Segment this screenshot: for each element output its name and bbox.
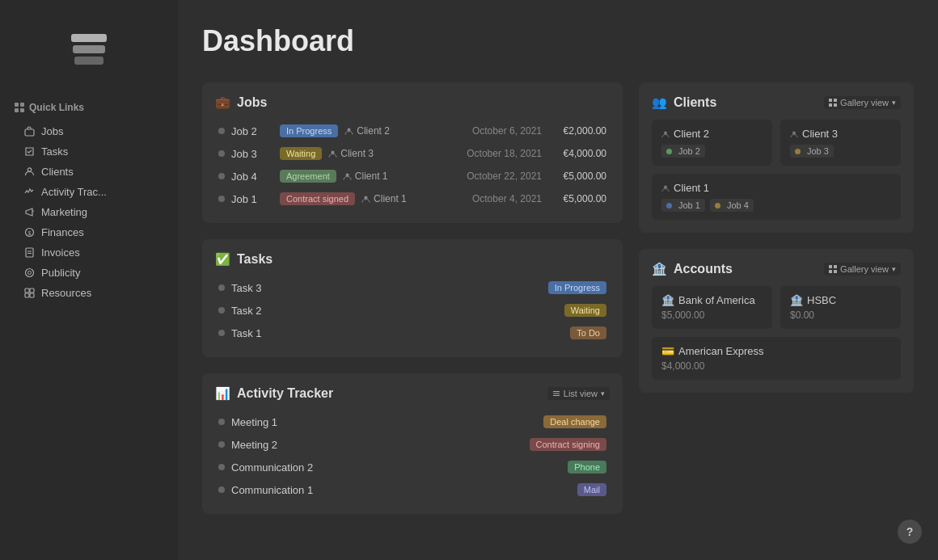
client-info: Client 2 <box>344 125 464 137</box>
svg-rect-17 <box>25 288 29 293</box>
svg-point-16 <box>28 272 32 275</box>
help-button[interactable]: ? <box>898 520 922 544</box>
activity-title: Activity Tracker <box>237 386 333 401</box>
status-badge: Contract signing <box>530 438 607 451</box>
sidebar-item-finances[interactable]: $ Finances <box>8 222 170 242</box>
page-title: Dashboard <box>202 24 914 58</box>
gallery-view-button-clients[interactable]: Gallery view ▾ <box>824 96 901 109</box>
status-badge: Mail <box>577 483 606 496</box>
client-card-name: Client 3 <box>790 128 891 140</box>
account-name: 🏦 HSBC <box>790 294 891 306</box>
task-name: Task 3 <box>231 282 548 294</box>
job-tag: Job 3 <box>790 145 834 158</box>
tasks-title: Tasks <box>237 252 273 267</box>
svg-point-22 <box>332 150 335 154</box>
table-row[interactable]: Job 4 Agreement Client 1 October 22, 202… <box>215 165 610 187</box>
svg-rect-38 <box>834 270 837 273</box>
person-icon <box>328 149 337 158</box>
accounts-section: 🏦 Accounts Gallery view ▾ 🏦 <box>639 249 914 393</box>
list-item[interactable]: Communication 2 Phone <box>215 456 610 478</box>
sidebar-item-marketing[interactable]: Marketing <box>8 202 170 222</box>
right-column: 👥 Clients Gallery view ▾ <box>639 82 914 514</box>
job-date: October 4, 2021 <box>472 193 542 204</box>
row-dot <box>218 441 225 448</box>
account-card[interactable]: 🏦 HSBC $0.00 <box>780 286 901 329</box>
list-item[interactable]: Communication 1 Mail <box>215 478 610 501</box>
gallery-view-button-accounts[interactable]: Gallery view ▾ <box>824 263 901 276</box>
task-name: Task 1 <box>231 327 570 339</box>
client-info: Client 1 <box>343 171 458 182</box>
invoices-icon <box>24 247 35 258</box>
job-amount: €5,000.00 <box>550 193 606 204</box>
account-card[interactable]: 💳 American Express $4,000.00 <box>652 337 901 380</box>
table-row[interactable]: Task 1 To Do <box>215 322 610 344</box>
client-card[interactable]: Client 2 Job 2 <box>652 120 772 166</box>
sidebar-item-jobs[interactable]: Jobs <box>8 121 170 141</box>
grid-icon <box>15 103 24 112</box>
client-card-jobs: Job 1 Job 4 <box>661 199 891 212</box>
status-badge: Waiting <box>564 304 606 317</box>
accounts-section-icon: 🏦 <box>652 262 667 276</box>
job-date: October 6, 2021 <box>472 125 542 137</box>
status-badge: Phone <box>568 461 606 474</box>
list-view-button[interactable]: List view ▾ <box>547 387 610 400</box>
activity-section: 📊 Activity Tracker List view ▾ Meeting 1 <box>202 373 623 514</box>
job-name: Job 3 <box>231 148 280 160</box>
person-icon <box>344 127 353 136</box>
svg-rect-4 <box>20 103 24 107</box>
status-badge: In Progress <box>280 124 338 137</box>
svg-text:$: $ <box>28 230 32 236</box>
svg-point-23 <box>345 173 349 176</box>
activity-name: Meeting 2 <box>231 439 530 451</box>
jobs-section: 💼 Jobs Job 2 In Progress Client 2 <box>202 82 623 223</box>
account-grid: 🏦 Bank of America $5,000.00 🏦 HSBC $0. <box>652 286 901 380</box>
status-badge: In Progress <box>548 281 606 294</box>
person-icon <box>361 195 370 204</box>
table-row[interactable]: Job 2 In Progress Client 2 October 6, 20… <box>215 120 610 142</box>
sidebar-item-activity[interactable]: Activity Trac... <box>8 182 170 202</box>
svg-rect-19 <box>25 293 29 297</box>
list-item[interactable]: Meeting 1 Deal change <box>215 411 610 433</box>
row-dot <box>218 486 225 493</box>
client-card[interactable]: Client 1 Job 1 Job 4 <box>652 174 901 220</box>
svg-point-15 <box>26 269 34 277</box>
accounts-header: 🏦 Accounts Gallery view ▾ <box>652 262 901 276</box>
svg-rect-36 <box>834 265 837 268</box>
svg-rect-29 <box>834 99 837 102</box>
tasks-icon <box>24 146 35 157</box>
client-card[interactable]: Client 3 Job 3 <box>780 120 901 166</box>
svg-rect-12 <box>26 248 33 257</box>
logo-area <box>8 24 170 73</box>
sidebar-item-invoices[interactable]: Invoices <box>8 242 170 263</box>
sidebar-section-title: Quick Links <box>8 97 170 118</box>
person-icon <box>661 184 670 192</box>
sidebar: Quick Links Jobs Tasks Clients Activity … <box>0 0 178 560</box>
sidebar-item-clients[interactable]: Clients <box>8 162 170 182</box>
row-dot <box>218 150 225 157</box>
table-row[interactable]: Job 1 Contract signed Client 1 October 4… <box>215 187 610 210</box>
list-item[interactable]: Meeting 2 Contract signing <box>215 433 610 456</box>
row-dot <box>218 173 225 179</box>
sidebar-item-tasks[interactable]: Tasks <box>8 141 170 162</box>
row-dot <box>218 307 225 314</box>
activity-name: Communication 1 <box>231 484 577 496</box>
list-icon <box>552 389 560 398</box>
svg-rect-30 <box>829 103 832 107</box>
sidebar-item-publicity[interactable]: Publicity <box>8 263 170 283</box>
sidebar-item-resources[interactable]: Resources <box>8 283 170 303</box>
account-card[interactable]: 🏦 Bank of America $5,000.00 <box>652 286 772 329</box>
row-dot <box>218 128 225 134</box>
job-tag: Job 2 <box>661 145 705 158</box>
svg-rect-0 <box>71 34 107 42</box>
table-row[interactable]: Job 3 Waiting Client 3 October 18, 2021 … <box>215 142 610 165</box>
svg-rect-1 <box>73 45 105 53</box>
table-row[interactable]: Task 3 In Progress <box>215 276 610 299</box>
table-row[interactable]: Task 2 Waiting <box>215 299 610 322</box>
clients-title: Clients <box>674 95 716 110</box>
row-dot <box>218 284 225 291</box>
client-card-jobs: Job 3 <box>790 145 891 158</box>
person-icon <box>790 130 798 138</box>
svg-rect-5 <box>15 108 19 112</box>
publicity-icon <box>24 267 35 278</box>
finances-icon: $ <box>24 227 35 238</box>
